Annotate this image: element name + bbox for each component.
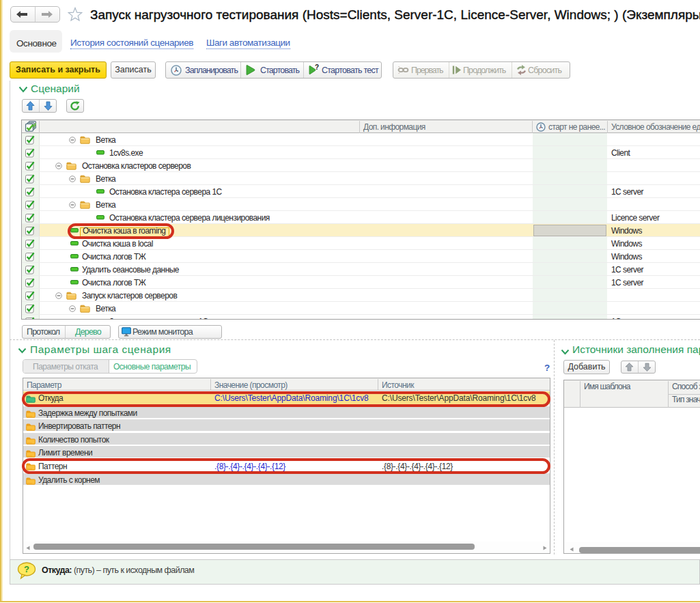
svg-text:?: ? bbox=[315, 64, 319, 71]
svg-text:?: ? bbox=[24, 564, 29, 574]
